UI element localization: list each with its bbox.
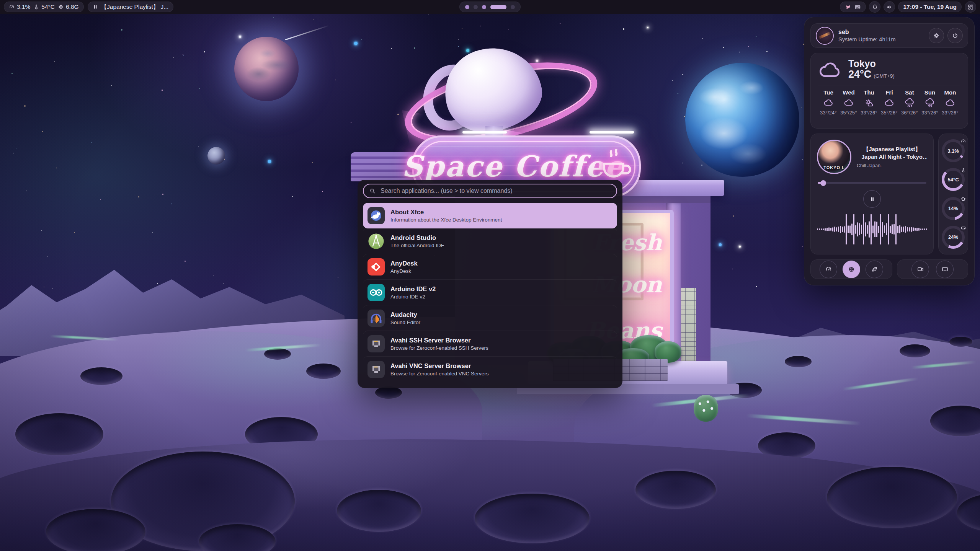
video-camera-icon — [917, 266, 924, 273]
system-gauges-card: 3.1% 54°C 14% 24% — [938, 134, 968, 254]
app-name: AnyDesk — [390, 260, 418, 267]
xfce-icon — [368, 207, 385, 224]
album-art[interactable]: TOKYO L — [817, 140, 851, 174]
cpu-stat: 3.1% — [9, 3, 30, 10]
scales-icon — [848, 266, 855, 273]
app-row-anydesk[interactable]: AnyDesk AnyDesk — [363, 254, 617, 280]
user-card: seb System Uptime: 4h11m — [810, 23, 968, 48]
album-art-text: TOKYO L — [818, 165, 850, 170]
forecast-day: Mon 33°/26° — [940, 89, 960, 116]
android-studio-icon — [368, 233, 385, 250]
forecast-day: Sat 36°/26° — [900, 89, 920, 116]
app-row-arduino[interactable]: Arduino IDE v2 Arduino IDE v2 — [363, 280, 617, 305]
screenshot-button[interactable] — [936, 261, 954, 278]
flower-dots — [696, 398, 716, 417]
crater — [827, 467, 957, 528]
forecast-day: Sun 33°/26° — [920, 89, 940, 116]
app-name: Android Studio — [390, 234, 444, 241]
topbar-right: 17:09 - Tue, 19 Aug — [840, 1, 976, 13]
media-player-card: TOKYO L 【Japanese Playlist】 Japan All Ni… — [810, 134, 934, 254]
divider — [818, 85, 960, 85]
settings-button[interactable] — [929, 28, 944, 43]
app-row-android-studio[interactable]: Android Studio The official Android IDE — [363, 228, 617, 254]
app-name: About Xfce — [390, 209, 502, 216]
app-name: Audacity — [390, 311, 420, 318]
crater — [635, 471, 716, 509]
power-icon — [952, 32, 959, 39]
clock-label: 17:09 - Tue, 19 Aug — [903, 3, 957, 10]
roof-light-right — [590, 131, 634, 134]
cloud-icon — [844, 98, 854, 108]
grid-icon — [967, 4, 974, 10]
track-title: 【Japanese Playlist】 Japan All Night - To… — [857, 145, 927, 161]
now-playing-pill[interactable]: 【Japanese Playlist】 J... — [88, 2, 174, 12]
clock-pill[interactable]: 17:09 - Tue, 19 Aug — [898, 2, 962, 12]
pause-icon — [869, 196, 875, 202]
tray-image-icon[interactable] — [854, 4, 861, 10]
cloud-icon — [884, 98, 895, 108]
power-button[interactable] — [947, 28, 963, 43]
cloud-icon — [945, 98, 956, 108]
speaker-icon — [886, 4, 893, 10]
track-artist: Chill Japan. — [857, 163, 927, 168]
audio-visualizer — [817, 212, 927, 246]
app-row-about-xfce[interactable]: About Xfce Information about the Xfce De… — [363, 203, 617, 228]
app-row-avahi-vnc[interactable]: Avahi VNC Server Browser Browse for Zero… — [363, 357, 617, 382]
audacity-icon — [368, 310, 385, 327]
forecast-day: Fri 35°/26° — [879, 89, 899, 116]
performance-profile-button[interactable] — [820, 261, 837, 278]
crater — [46, 509, 145, 551]
weather-timezone: (GMT+9) — [874, 73, 894, 79]
utilities-card — [897, 259, 968, 279]
weather-temp: 24°C — [848, 68, 871, 80]
volume-button[interactable] — [884, 1, 895, 13]
workspace-dot[interactable] — [511, 5, 515, 9]
cloud-icon-large — [818, 60, 842, 80]
speedometer-icon — [825, 266, 832, 273]
app-desc: Arduino IDE v2 — [390, 294, 436, 300]
tray-pill — [840, 2, 866, 12]
app-row-audacity[interactable]: Audacity Sound Editor — [363, 305, 617, 331]
cloud-icon — [823, 98, 834, 108]
notifications-button[interactable] — [869, 1, 880, 13]
forecast-day: Tue 33°/24° — [818, 89, 838, 116]
screen-record-button[interactable] — [911, 261, 929, 278]
workspace-dot[interactable] — [482, 5, 486, 9]
dashboard-button[interactable] — [965, 1, 976, 13]
app-name: Avahi SSH Server Browser — [390, 337, 488, 344]
app-name: Arduino IDE v2 — [390, 285, 436, 293]
temperature-gauge: 54°C — [942, 168, 965, 191]
speedometer-icon — [960, 138, 967, 145]
balanced-profile-button[interactable] — [843, 261, 860, 278]
tray-cat-icon[interactable] — [845, 4, 851, 10]
weather-city: Tokyo — [848, 59, 895, 68]
system-uptime: System Uptime: 4h11m — [838, 36, 896, 42]
seek-knob[interactable] — [820, 180, 826, 186]
pause-icon — [93, 4, 98, 10]
topbar-center — [459, 2, 521, 12]
avatar[interactable] — [816, 27, 834, 45]
now-playing-label: 【Japanese Playlist】 J... — [101, 3, 169, 11]
app-list: About Xfce Information about the Xfce De… — [363, 203, 617, 382]
partly-sunny-icon — [864, 98, 874, 108]
workspace-dot[interactable] — [474, 5, 478, 9]
search-bar[interactable] — [363, 184, 617, 198]
workspace-dot[interactable] — [490, 5, 506, 9]
app-row-avahi-ssh[interactable]: Avahi SSH Server Browser Browse for Zero… — [363, 331, 617, 357]
memory-gauge: 14% — [942, 197, 965, 220]
workspace-dot[interactable] — [465, 5, 469, 9]
crater — [337, 490, 421, 532]
search-input[interactable] — [380, 187, 611, 195]
memory-value: 6.8G — [66, 3, 79, 10]
arduino-icon — [368, 284, 385, 301]
speedometer-icon — [9, 4, 15, 10]
neon-coffee-cup-icon — [599, 147, 632, 184]
crater — [475, 494, 590, 543]
top-bar: 3.1% 54°C 6.8G 【Japanese Playlist】 J... — [0, 0, 980, 14]
rain-icon — [905, 98, 915, 108]
powersave-profile-button[interactable] — [866, 261, 883, 278]
system-stats-pill[interactable]: 3.1% 54°C 6.8G — [4, 2, 84, 12]
topbar-left: 3.1% 54°C 6.8G 【Japanese Playlist】 J... — [4, 2, 173, 12]
seek-bar[interactable] — [818, 180, 926, 186]
play-pause-button[interactable] — [863, 190, 881, 208]
